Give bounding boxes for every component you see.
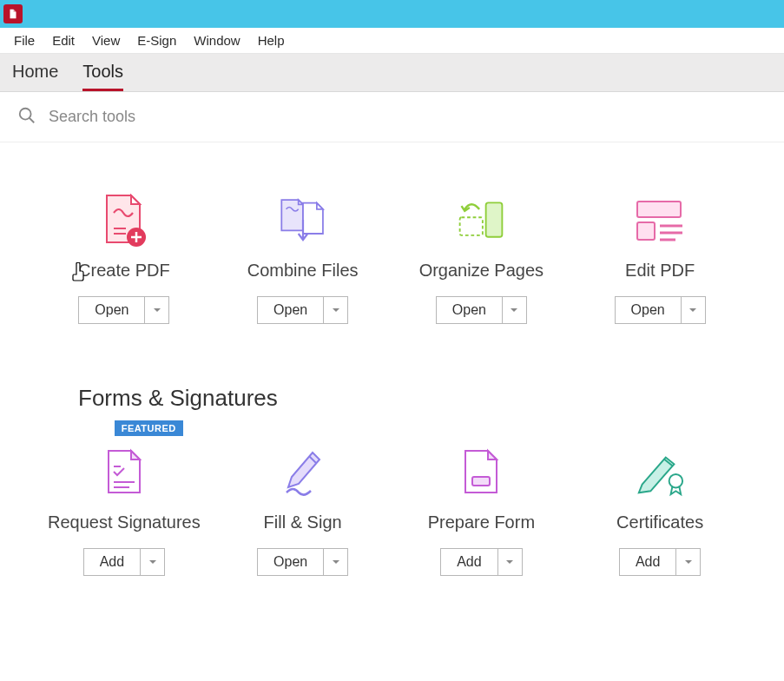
section-forms-signatures: Forms & Signatures: [78, 385, 784, 412]
menu-view[interactable]: View: [83, 30, 128, 51]
featured-badge: FEATURED: [115, 420, 183, 436]
svg-point-11: [669, 474, 682, 487]
menu-help[interactable]: Help: [249, 30, 293, 51]
edit-pdf-icon: [634, 195, 686, 247]
tool-label: Certificates: [616, 512, 703, 532]
tool-label: Organize Pages: [419, 261, 544, 281]
menubar: File Edit View E-Sign Window Help: [0, 28, 784, 54]
combine-files-icon: [277, 195, 329, 247]
add-button[interactable]: Add: [619, 548, 676, 576]
open-button[interactable]: Open: [615, 296, 682, 324]
search-icon: [17, 106, 36, 129]
open-button[interactable]: Open: [436, 296, 503, 324]
prepare-form-icon: [455, 446, 507, 499]
tab-tools[interactable]: Tools: [82, 62, 123, 91]
open-button[interactable]: Open: [257, 548, 324, 576]
svg-line-1: [30, 117, 35, 122]
tool-prepare-form[interactable]: Prepare Form Add: [392, 446, 571, 576]
titlebar: [0, 0, 784, 28]
tool-label: Prepare Form: [428, 512, 535, 532]
add-dropdown[interactable]: [498, 548, 523, 576]
open-dropdown[interactable]: [682, 296, 706, 324]
create-pdf-icon: [98, 195, 150, 247]
tool-create-pdf[interactable]: Create PDF Open: [35, 195, 214, 324]
open-dropdown[interactable]: [324, 296, 348, 324]
svg-rect-6: [637, 222, 655, 240]
open-dropdown[interactable]: [503, 296, 527, 324]
svg-rect-10: [472, 477, 490, 486]
open-dropdown[interactable]: [324, 548, 348, 576]
content-area: Create PDF Open Combine Files: [0, 142, 784, 576]
tool-certificates[interactable]: Certificates Add: [570, 446, 749, 576]
svg-rect-4: [460, 217, 483, 235]
tool-label: Fill & Sign: [264, 512, 342, 532]
app-icon: [3, 4, 23, 23]
request-signatures-icon: [98, 446, 150, 499]
add-button[interactable]: Add: [83, 548, 141, 576]
tool-fill-sign[interactable]: Fill & Sign Open: [214, 446, 392, 576]
add-dropdown[interactable]: [676, 548, 701, 576]
svg-rect-5: [637, 202, 681, 217]
open-dropdown[interactable]: [145, 296, 169, 324]
fill-sign-icon: [277, 446, 329, 499]
menu-edit[interactable]: Edit: [43, 30, 83, 51]
add-dropdown[interactable]: [141, 548, 165, 576]
menu-window[interactable]: Window: [185, 30, 248, 51]
menu-esign[interactable]: E-Sign: [128, 30, 185, 51]
tabs-bar: Home Tools: [0, 54, 784, 92]
tool-combine-files[interactable]: Combine Files Open: [214, 195, 392, 324]
search-bar: [0, 92, 784, 142]
tool-label: Request Signatures: [48, 512, 201, 532]
add-button[interactable]: Add: [440, 548, 497, 576]
tool-label: Create PDF: [78, 261, 170, 281]
search-input[interactable]: [49, 108, 767, 126]
tab-home[interactable]: Home: [12, 62, 58, 91]
tool-edit-pdf[interactable]: Edit PDF Open: [570, 195, 749, 324]
tool-organize-pages[interactable]: Organize Pages Open: [392, 195, 571, 324]
svg-rect-3: [486, 202, 503, 236]
tool-label: Combine Files: [247, 261, 359, 281]
tools-row-2: FEATURED Request Signatures Add: [0, 446, 784, 576]
menu-file[interactable]: File: [5, 30, 43, 51]
tool-request-signatures[interactable]: FEATURED Request Signatures Add: [35, 446, 214, 576]
tools-row-1: Create PDF Open Combine Files: [0, 195, 784, 324]
svg-point-0: [20, 108, 31, 119]
certificates-icon: [634, 446, 686, 499]
organize-pages-icon: [455, 195, 507, 247]
tool-label: Edit PDF: [625, 261, 695, 281]
open-button[interactable]: Open: [257, 296, 324, 324]
open-button[interactable]: Open: [78, 296, 145, 324]
